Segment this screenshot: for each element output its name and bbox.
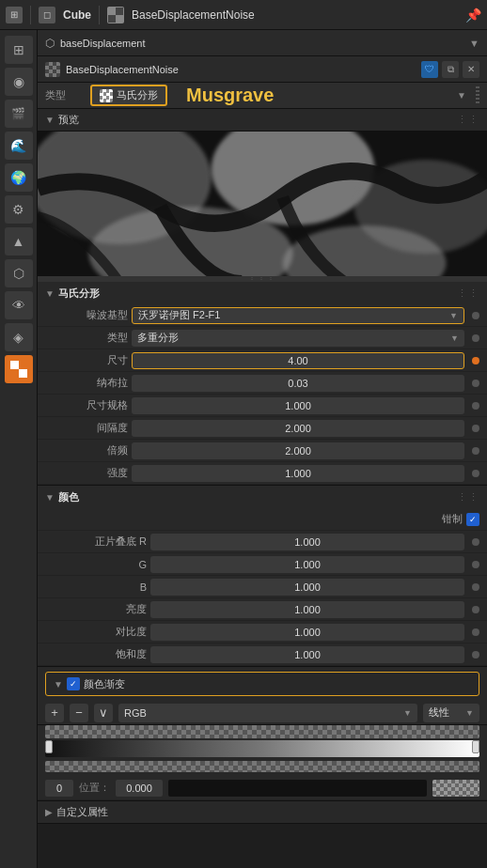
texture-name[interactable]: BaseDisplacementNoise	[132, 8, 255, 22]
clamp-checkbox[interactable]: ✓	[466, 513, 479, 526]
object-name[interactable]: Cube	[63, 8, 91, 22]
color-section: ▼ 颜色 ⋮⋮ 钳制 ✓ 正片叠底 R 1.000 G 1.000 B	[38, 486, 487, 667]
main-content: ⬡ baseDisplacement ▼ BaseDisplacementNoi…	[38, 30, 487, 868]
b-row: B 1.000	[38, 576, 487, 598]
custom-props-header[interactable]: ▶ 自定义属性	[38, 801, 487, 824]
saturation-input[interactable]: 1.000	[150, 646, 464, 663]
g-input[interactable]: 1.000	[150, 556, 464, 573]
svg-rect-3	[116, 15, 123, 23]
r-row: 正片叠底 R 1.000	[38, 531, 487, 553]
node-name[interactable]: BaseDisplacementNoise	[66, 64, 416, 75]
gradient-remove-stop-button[interactable]: −	[70, 704, 88, 722]
musgrave-section-title: 马氏分形	[58, 287, 100, 301]
gradient-type-dropdown[interactable]: RGB ▼	[118, 704, 417, 722]
lacunarity-input[interactable]: 0.03	[132, 375, 464, 392]
sidebar-item-render[interactable]: ⊞	[5, 36, 33, 64]
gradient-interpolation-dropdown[interactable]: 线性 ▼	[423, 704, 479, 722]
contrast-input[interactable]: 1.000	[150, 624, 464, 641]
gradient-handle-left[interactable]	[45, 740, 53, 753]
g-value: 1.000	[294, 559, 321, 570]
g-row: G 1.000	[38, 553, 487, 576]
sidebar-item-output[interactable]: ◉	[5, 68, 33, 96]
sidebar-item-physics[interactable]: 👁	[5, 291, 33, 319]
detail-value: 2.000	[285, 423, 311, 434]
sidebar-item-world[interactable]: 🌍	[5, 163, 33, 192]
gradient-add-stop-button[interactable]: +	[45, 704, 64, 722]
sidebar-item-view-layer[interactable]: 🎬	[5, 100, 33, 128]
color-section-header[interactable]: ▼ 颜色 ⋮⋮	[38, 486, 487, 508]
svg-rect-0	[108, 8, 116, 15]
view-icon[interactable]: ⊞	[6, 7, 23, 23]
pin-icon[interactable]: 📌	[465, 8, 481, 23]
sidebar-item-object[interactable]: ⚙	[5, 195, 33, 224]
dimension-input[interactable]: 1.000	[132, 397, 464, 414]
preview-section-header[interactable]: ▼ 预览 ⋮⋮	[38, 109, 487, 132]
datablock-name[interactable]: baseDisplacement	[60, 38, 463, 49]
r-input[interactable]: 1.000	[150, 534, 464, 550]
r-value: 1.000	[294, 536, 321, 548]
contrast-label: 对比度	[53, 625, 147, 639]
stop-color-swatch[interactable]	[168, 780, 427, 797]
preview-resize-handle[interactable]: ⋮⋮⋮	[38, 276, 487, 282]
color-collapse-arrow: ▼	[45, 492, 55, 503]
node-bar: BaseDisplacementNoise 🛡 ⧉ ✕	[38, 56, 487, 83]
datablock-arrow[interactable]: ▼	[469, 38, 479, 49]
gradient-more-button[interactable]: ∨	[94, 704, 113, 722]
noise-basis-arrow: ▼	[449, 311, 458, 320]
size-input[interactable]: 4.00	[132, 352, 464, 369]
octaves-dot	[472, 447, 479, 455]
gradient-type-value: RGB	[124, 707, 147, 719]
octaves-input[interactable]: 2.000	[132, 442, 464, 459]
object-icon: ◻	[39, 7, 55, 23]
gradient-bar[interactable]	[45, 740, 479, 757]
intensity-input[interactable]: 1.000	[132, 465, 464, 482]
separator	[30, 6, 31, 24]
stop-position-input[interactable]: 0.000	[116, 780, 163, 797]
node-actions: 🛡 ⧉ ✕	[421, 61, 479, 78]
musgrave-type-arrow: ▼	[450, 333, 459, 343]
detail-input[interactable]: 2.000	[132, 420, 464, 437]
b-input[interactable]: 1.000	[150, 579, 464, 596]
gradient-checker-top	[45, 725, 479, 738]
musgrave-type-dropdown[interactable]: 多重分形 ▼	[132, 330, 464, 347]
sidebar-item-constraints[interactable]: ◈	[5, 323, 33, 351]
bottom-spacer	[38, 824, 487, 868]
svg-rect-5	[19, 361, 27, 369]
sidebar-item-modifiers[interactable]: ▲	[5, 227, 33, 256]
gradient-collapse-arrow: ▼	[54, 679, 63, 690]
type-dropdown[interactable]: 马氏分形	[90, 85, 167, 106]
musgrave-section-header[interactable]: ▼ 马氏分形 ⋮⋮	[38, 282, 487, 304]
noise-basis-dropdown[interactable]: 沃罗诺伊图 F2-F1 ▼	[132, 307, 464, 324]
type-row: 类型 马氏分形 Musgrave ▼	[38, 83, 487, 109]
lacunarity-value: 0.03	[288, 378, 307, 389]
musgrave-handle: ⋮⋮	[457, 287, 479, 300]
datablock-icon: ⬡	[45, 37, 55, 50]
svg-rect-7	[19, 369, 27, 378]
color-section-title: 颜色	[58, 490, 79, 504]
color-handle: ⋮⋮	[457, 491, 479, 504]
type-expand-arrow: ▼	[457, 90, 466, 101]
svg-rect-2	[108, 15, 116, 23]
musgrave-collapse-arrow: ▼	[45, 288, 55, 299]
b-value: 1.000	[294, 581, 321, 593]
sidebar-item-particles[interactable]: ⬡	[5, 259, 33, 287]
sidebar-item-texture[interactable]	[5, 355, 33, 383]
drag-handle[interactable]	[476, 86, 479, 105]
gradient-handle-right[interactable]	[472, 740, 479, 753]
preview-handle: ⋮⋮	[457, 114, 479, 126]
sidebar-item-scene[interactable]: 🌊	[5, 132, 33, 160]
g-label: G	[53, 559, 147, 570]
stop-alpha-swatch[interactable]	[432, 780, 479, 797]
gradient-checkbox[interactable]: ✓	[67, 677, 80, 690]
saturation-value: 1.000	[294, 649, 321, 660]
intensity-dot	[472, 470, 479, 477]
octaves-label: 倍频	[53, 443, 128, 457]
close-button[interactable]: ✕	[463, 61, 479, 78]
brightness-input[interactable]: 1.000	[150, 601, 464, 618]
custom-props-arrow: ▶	[45, 807, 53, 817]
brightness-dot	[472, 606, 479, 613]
shield-button[interactable]: 🛡	[421, 61, 438, 78]
stop-number[interactable]: 0	[45, 780, 73, 797]
copy-button[interactable]: ⧉	[442, 61, 459, 78]
gradient-section-header[interactable]: ▼ ✓ 颜色渐变	[45, 672, 479, 696]
